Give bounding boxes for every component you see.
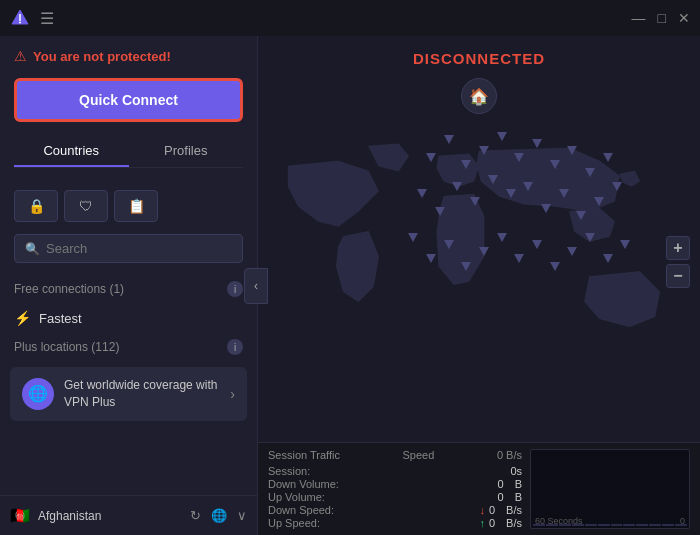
globe-icon: 🌐: [28, 384, 48, 403]
plus-banner-icon: 🌐: [22, 378, 54, 410]
chart-bar: [649, 524, 661, 526]
session-label: Session:: [268, 465, 348, 477]
up-volume-value: 0 B: [497, 491, 522, 503]
disconnected-badge: DISCONNECTED: [393, 44, 565, 73]
free-connections-info[interactable]: i: [227, 281, 243, 297]
list-icon: 📋: [128, 198, 145, 214]
down-arrow-icon: ↓: [479, 504, 485, 516]
title-bar-controls: — □ ✕: [632, 10, 690, 26]
down-speed-row: Down Speed: ↓ 0 B/s: [268, 504, 522, 516]
zoom-in-button[interactable]: +: [666, 236, 690, 260]
chart-bar: [598, 524, 610, 526]
app-window: ☰ — □ ✕ ⚠ You are not protected! Quick C…: [0, 0, 700, 535]
plus-banner[interactable]: 🌐 Get worldwide coverage with VPN Plus ›: [10, 367, 247, 421]
fastest-item[interactable]: ⚡ Fastest: [0, 303, 257, 333]
chart-time-right: 0: [680, 516, 685, 526]
down-volume-row: Down Volume: 0 B: [268, 478, 522, 490]
chevron-down-icon[interactable]: ∨: [237, 508, 247, 523]
up-speed-label: Up Speed:: [268, 517, 348, 529]
down-speed-value: ↓ 0 B/s: [479, 504, 522, 516]
sidebar: ⚠ You are not protected! Quick Connect C…: [0, 36, 258, 535]
title-bar-left: ☰: [10, 8, 54, 28]
tabs: Countries Profiles: [14, 136, 243, 168]
refresh-icon[interactable]: ↻: [190, 508, 201, 523]
free-connections-label: Free connections (1): [14, 282, 124, 296]
tab-profiles[interactable]: Profiles: [129, 136, 244, 167]
stats-section: Session Traffic Speed 0 B/s Session: 0s …: [268, 449, 522, 529]
menu-icon[interactable]: ☰: [40, 9, 54, 28]
shield-icon: 🛡: [79, 198, 93, 214]
map-header: DISCONNECTED: [258, 36, 700, 81]
plus-locations-label: Plus locations (112): [14, 340, 119, 354]
sidebar-bottom: 🇦🇫 Afghanistan ↻ 🌐 ∨: [0, 495, 257, 535]
up-volume-label: Up Volume:: [268, 491, 348, 503]
world-map-svg: [258, 81, 700, 442]
country-name: Afghanistan: [38, 509, 182, 523]
chart-bar: [662, 524, 674, 526]
search-icon: 🔍: [25, 242, 40, 256]
fastest-label: Fastest: [39, 311, 243, 326]
filter-icons: 🔒 🛡 📋: [0, 184, 257, 228]
globe-bottom-icon[interactable]: 🌐: [211, 508, 227, 523]
app-logo: [10, 8, 30, 28]
minimize-button[interactable]: —: [632, 10, 646, 26]
search-input[interactable]: [46, 241, 232, 256]
stats-rows: Session: 0s Down Volume: 0 B Up Volume:: [268, 465, 522, 529]
search-container: 🔍: [14, 234, 243, 263]
close-button[interactable]: ✕: [678, 10, 690, 26]
warning-text: You are not protected!: [33, 49, 171, 64]
maximize-button[interactable]: □: [658, 10, 666, 26]
up-speed-value: ↑ 0 B/s: [479, 517, 522, 529]
down-speed-label: Down Speed:: [268, 504, 348, 516]
map-panel: ‹ DISCONNECTED 🏠: [258, 36, 700, 535]
up-volume-row: Up Volume: 0 B: [268, 491, 522, 503]
plus-locations-header: Plus locations (112) i: [0, 333, 257, 361]
filter-list-button[interactable]: 📋: [114, 190, 158, 222]
bottom-icons: ↻ 🌐 ∨: [190, 508, 247, 523]
stats-header: Session Traffic Speed 0 B/s: [268, 449, 522, 461]
down-volume-label: Down Volume:: [268, 478, 348, 490]
filter-all-button[interactable]: 🔒: [14, 190, 58, 222]
stats-bar: Session Traffic Speed 0 B/s Session: 0s …: [258, 442, 700, 535]
collapse-button[interactable]: ‹: [244, 268, 268, 304]
lock-icon: 🔒: [28, 198, 45, 214]
map-container: + −: [258, 81, 700, 442]
chart-bar: [623, 524, 635, 526]
up-speed-row: Up Speed: ↑ 0 B/s: [268, 517, 522, 529]
filter-shield-button[interactable]: 🛡: [64, 190, 108, 222]
session-traffic-label: Session Traffic: [268, 449, 340, 461]
warning-bar: ⚠ You are not protected!: [14, 48, 243, 64]
chart-bar: [585, 524, 597, 526]
up-arrow-icon: ↑: [479, 517, 485, 529]
speed-label: Speed: [403, 449, 435, 461]
plus-locations-info[interactable]: i: [227, 339, 243, 355]
zoom-out-button[interactable]: −: [666, 264, 690, 288]
collapse-icon: ‹: [254, 279, 258, 293]
down-volume-value: 0 B: [497, 478, 522, 490]
country-flag: 🇦🇫: [10, 506, 30, 525]
warning-icon: ⚠: [14, 48, 27, 64]
chart-time-left: 60 Seconds: [535, 516, 583, 526]
chart-area: 60 Seconds 0: [530, 449, 690, 529]
fastest-icon: ⚡: [14, 310, 31, 326]
svg-point-2: [19, 22, 21, 24]
home-button[interactable]: 🏠: [461, 78, 497, 114]
sidebar-top: ⚠ You are not protected! Quick Connect C…: [0, 36, 257, 184]
title-bar: ☰ — □ ✕: [0, 0, 700, 36]
chart-bar: [611, 524, 623, 526]
main-content: ⚠ You are not protected! Quick Connect C…: [0, 36, 700, 535]
plus-banner-text: Get worldwide coverage with VPN Plus: [64, 377, 220, 411]
quick-connect-button[interactable]: Quick Connect: [14, 78, 243, 122]
search-wrap: 🔍: [0, 228, 257, 269]
list-area: Free connections (1) i ⚡ Fastest Plus lo…: [0, 269, 257, 495]
zoom-controls: + −: [666, 236, 690, 288]
speed-value: 0 B/s: [497, 449, 522, 461]
plus-banner-arrow: ›: [230, 386, 235, 402]
tab-countries[interactable]: Countries: [14, 136, 129, 167]
disconnected-text: DISCONNECTED: [413, 50, 545, 67]
free-connections-header: Free connections (1) i: [0, 275, 257, 303]
session-value: 0s: [510, 465, 522, 477]
chart-bar: [636, 524, 648, 526]
session-row: Session: 0s: [268, 465, 522, 477]
